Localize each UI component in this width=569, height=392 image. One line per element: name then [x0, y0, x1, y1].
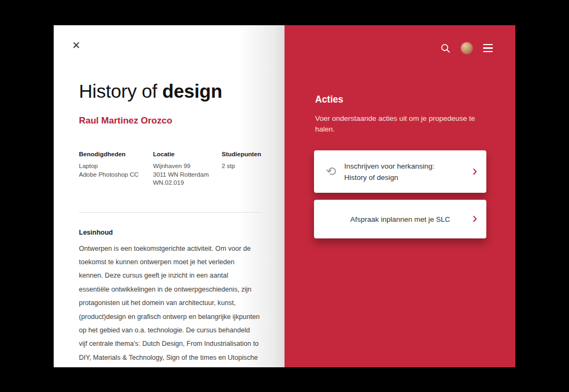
- chevron-right-icon: ›: [472, 211, 477, 226]
- course-description: Ontwerpen is een toekomstgerichte activi…: [79, 242, 260, 368]
- retry-icon: ⟲: [326, 165, 336, 178]
- action-card-label: Afspraak inplannen met je SLC: [327, 214, 473, 225]
- info-value: Adobe Photoshop CC: [79, 171, 153, 179]
- info-header: Studiepunten: [222, 151, 261, 157]
- teacher-name: Raul Martinez Orozco: [79, 115, 261, 126]
- page-title-bold: design: [162, 81, 222, 101]
- info-column-studiepunten: Studiepunten 2 stp: [222, 151, 261, 187]
- avatar[interactable]: [461, 42, 472, 54]
- chevron-right-icon: ›: [472, 164, 477, 178]
- actions-panel: Acties Voer onderstaande acties uit om j…: [284, 25, 515, 367]
- page-title: History of design: [79, 80, 261, 103]
- avatar-photo: [461, 42, 472, 54]
- section-heading: Lesinhoud: [79, 229, 261, 236]
- info-value: Wijnhaven 99: [153, 162, 222, 171]
- actions-heading: Acties: [315, 94, 486, 105]
- divider: [79, 212, 261, 213]
- screen: { "icons": { "close_glyph": "✕", "retry_…: [0, 0, 569, 392]
- action-card-label: Inschrijven voor herkansing: History of …: [344, 161, 434, 183]
- page-title-light: History of: [79, 81, 162, 101]
- course-info: Benodigdheden Laptop Adobe Photoshop CC …: [79, 151, 261, 187]
- course-detail-panel: ✕ History of design Raul Martinez Orozco…: [54, 25, 284, 367]
- info-header: Benodigdheden: [79, 151, 153, 157]
- info-value: 2 stp: [222, 162, 261, 171]
- action-card-slc[interactable]: Afspraak inplannen met je SLC ›: [314, 200, 486, 238]
- action-card-label-line1: Inschrijven voor herkansing:: [344, 161, 434, 172]
- info-value: WN.02.019: [153, 179, 222, 187]
- info-header: Locatie: [153, 151, 222, 157]
- action-card-herkansing[interactable]: ⟲ Inschrijven voor herkansing: History o…: [314, 150, 486, 193]
- info-column-locatie: Locatie Wijnhaven 99 3011 WN Rotterdam W…: [153, 151, 222, 187]
- course-detail-window: ✕ History of design Raul Martinez Orozco…: [54, 25, 515, 367]
- info-value: 3011 WN Rotterdam: [153, 171, 222, 179]
- action-card-label-line2: History of design: [344, 172, 434, 183]
- search-icon[interactable]: [441, 43, 450, 53]
- topbar: [441, 42, 493, 54]
- info-column-benodigdheden: Benodigdheden Laptop Adobe Photoshop CC: [79, 151, 153, 187]
- info-value: Laptop: [79, 162, 153, 171]
- hamburger-menu-icon[interactable]: [483, 44, 493, 52]
- close-icon[interactable]: ✕: [72, 40, 81, 50]
- actions-description: Voer onderstaande acties uit om je prope…: [315, 113, 480, 134]
